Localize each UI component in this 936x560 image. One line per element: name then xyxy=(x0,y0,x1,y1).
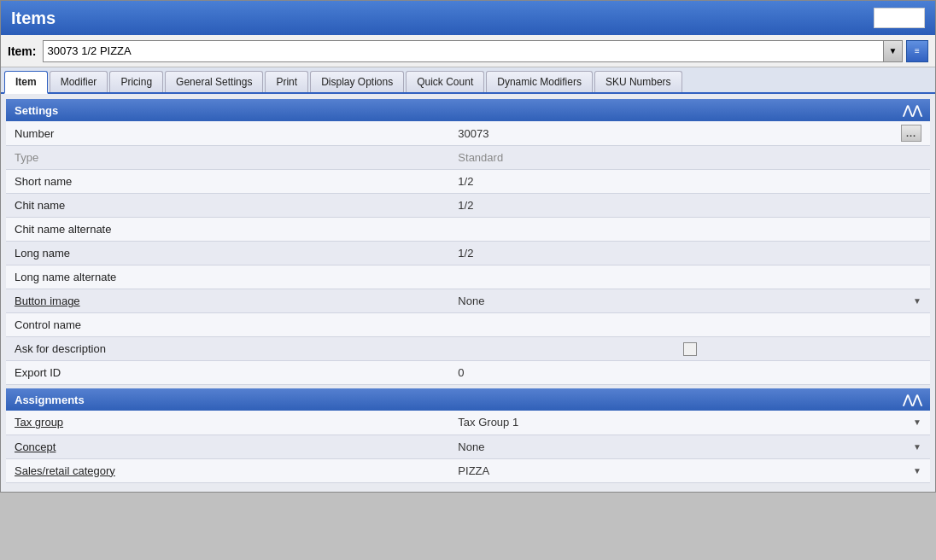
row-label: Export ID xyxy=(6,361,449,385)
table-row: Sales/retail category PIZZA ▼ xyxy=(6,458,930,482)
table-row: Chit name 1/2 xyxy=(6,194,930,218)
assignments-header: Assignments ⋀⋀ xyxy=(6,388,930,411)
settings-table: Number 30073 ... Type xyxy=(6,121,930,385)
item-nav-button[interactable]: ≡ xyxy=(906,40,928,62)
row-label: Button image xyxy=(6,289,449,313)
page-title: Items xyxy=(11,9,56,28)
title-bar-right xyxy=(874,8,925,28)
assignments-collapse-button[interactable]: ⋀⋀ xyxy=(903,393,921,406)
assignments-title: Assignments xyxy=(15,394,85,406)
table-row: Chit name alternate xyxy=(6,218,930,242)
tab-modifier[interactable]: Modifier xyxy=(50,71,108,92)
tabs-bar: Item Modifier Pricing General Settings P… xyxy=(1,67,935,94)
row-label: Chit name xyxy=(6,194,449,218)
row-value xyxy=(449,337,930,361)
table-row: Type Standard xyxy=(6,146,930,170)
tab-quick-count[interactable]: Quick Count xyxy=(406,71,484,92)
sales-retail-category-dropdown[interactable]: PIZZA ▼ xyxy=(458,464,921,477)
table-row: Long name alternate xyxy=(6,265,930,289)
table-row: Tax group Tax Group 1 ▼ xyxy=(6,411,930,435)
tax-group-dropdown[interactable]: Tax Group 1 ▼ xyxy=(458,416,921,429)
table-row: Short name 1/2 xyxy=(6,170,930,194)
row-label: Short name xyxy=(6,170,449,194)
settings-section: Settings ⋀⋀ Number 30073 ... xyxy=(6,99,930,385)
item-input-wrapper: ▼ xyxy=(43,40,903,62)
dropdown-arrow-icon: ▼ xyxy=(913,466,921,475)
row-value: 30073 ... xyxy=(449,121,930,146)
row-value: Standard xyxy=(449,146,930,170)
row-label: Long name xyxy=(6,242,449,265)
item-input[interactable] xyxy=(44,43,883,59)
dropdown-arrow-icon: ▼ xyxy=(913,442,921,452)
row-value: None ▼ xyxy=(449,289,930,313)
row-value xyxy=(449,218,930,242)
row-label: Long name alternate xyxy=(6,265,449,289)
tab-general-settings[interactable]: General Settings xyxy=(165,71,263,92)
table-row: Export ID 0 xyxy=(6,361,930,385)
assignments-table: Tax group Tax Group 1 ▼ Concept xyxy=(6,411,930,483)
dropdown-arrow-icon: ▼ xyxy=(913,296,921,306)
table-row: Button image None ▼ xyxy=(6,289,930,313)
title-bar: Items xyxy=(1,1,935,35)
row-label: Chit name alternate xyxy=(6,218,449,242)
assignments-section: Assignments ⋀⋀ Tax group Tax Group 1 ▼ xyxy=(6,388,930,483)
table-row: Control name xyxy=(6,313,930,337)
row-label: Tax group xyxy=(6,411,449,435)
number-ellipsis-button[interactable]: ... xyxy=(901,125,921,142)
settings-title: Settings xyxy=(15,104,58,117)
tab-pricing[interactable]: Pricing xyxy=(109,71,163,92)
dropdown-arrow-icon: ▼ xyxy=(913,417,921,427)
row-value: Tax Group 1 ▼ xyxy=(449,411,930,435)
row-value: 1/2 xyxy=(449,242,930,265)
item-label: Item: xyxy=(8,44,36,58)
row-value: 1/2 xyxy=(449,170,930,194)
table-row: Ask for description xyxy=(6,337,930,361)
tab-display-options[interactable]: Display Options xyxy=(310,71,404,92)
row-value: 0 xyxy=(449,361,930,385)
settings-collapse-button[interactable]: ⋀⋀ xyxy=(903,103,921,117)
tab-print[interactable]: Print xyxy=(265,71,308,92)
nav-icon: ≡ xyxy=(915,46,920,55)
main-container: Items Item: ▼ ≡ Item Modifier Pricing Ge… xyxy=(0,0,936,493)
item-dropdown-button[interactable]: ▼ xyxy=(883,41,902,61)
row-value xyxy=(449,313,930,337)
row-label: Concept xyxy=(6,435,449,458)
settings-header: Settings ⋀⋀ xyxy=(6,99,930,121)
tab-dynamic-modifiers[interactable]: Dynamic Modifiers xyxy=(486,71,593,92)
table-row: Long name 1/2 xyxy=(6,242,930,265)
tab-sku-numbers[interactable]: SKU Numbers xyxy=(594,71,682,92)
tab-item[interactable]: Item xyxy=(4,71,48,94)
row-label: Type xyxy=(6,146,449,170)
row-label: Sales/retail category xyxy=(6,458,449,482)
row-value xyxy=(449,265,930,289)
ask-for-description-checkbox[interactable] xyxy=(683,342,697,356)
row-value: PIZZA ▼ xyxy=(449,458,930,482)
row-value: 1/2 xyxy=(449,194,930,218)
row-value: None ▼ xyxy=(449,435,930,458)
concept-dropdown[interactable]: None ▼ xyxy=(458,440,921,453)
row-label: Control name xyxy=(6,313,449,337)
content-area: Settings ⋀⋀ Number 30073 ... xyxy=(1,94,935,492)
item-row: Item: ▼ ≡ xyxy=(1,35,935,67)
row-label: Number xyxy=(6,121,449,146)
row-label: Ask for description xyxy=(6,337,449,361)
button-image-dropdown[interactable]: None ▼ xyxy=(458,295,921,307)
table-row: Number 30073 ... xyxy=(6,121,930,146)
table-row: Concept None ▼ xyxy=(6,435,930,458)
